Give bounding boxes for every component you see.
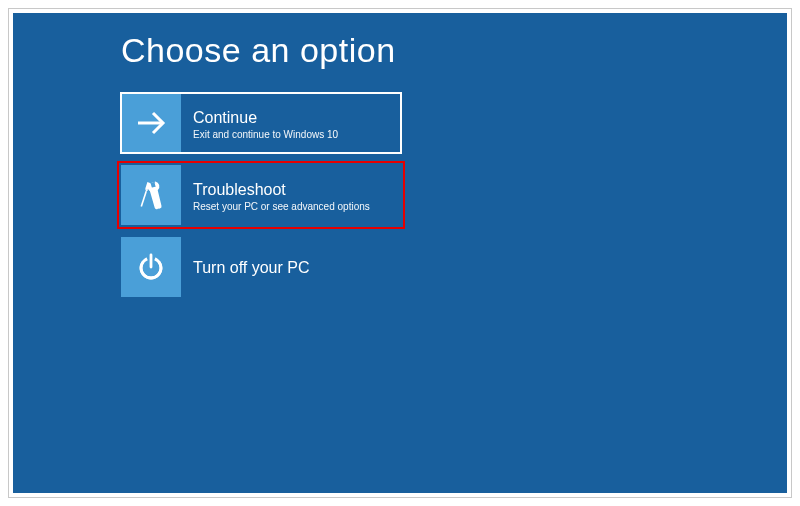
arrow-right-icon bbox=[133, 105, 169, 141]
option-title: Troubleshoot bbox=[193, 180, 370, 199]
option-text: Continue Exit and continue to Windows 10 bbox=[181, 93, 348, 153]
option-desc: Reset your PC or see advanced options bbox=[193, 201, 370, 212]
option-turn-off[interactable]: Turn off your PC bbox=[121, 237, 401, 297]
option-text: Troubleshoot Reset your PC or see advanc… bbox=[181, 165, 380, 225]
option-title: Continue bbox=[193, 108, 338, 127]
option-text: Turn off your PC bbox=[181, 237, 320, 297]
option-title: Turn off your PC bbox=[193, 258, 310, 277]
option-troubleshoot[interactable]: Troubleshoot Reset your PC or see advanc… bbox=[121, 165, 401, 225]
window-frame: Choose an option Continue Exit and conti… bbox=[8, 8, 792, 498]
option-continue[interactable]: Continue Exit and continue to Windows 10 bbox=[121, 93, 401, 153]
option-desc: Exit and continue to Windows 10 bbox=[193, 129, 338, 140]
power-icon bbox=[134, 250, 168, 284]
power-icon-box bbox=[121, 237, 181, 297]
options-list: Continue Exit and continue to Windows 10 bbox=[121, 93, 401, 309]
page-title: Choose an option bbox=[121, 31, 396, 70]
troubleshoot-icon-box bbox=[121, 165, 181, 225]
svg-rect-3 bbox=[141, 191, 147, 207]
tools-icon bbox=[134, 178, 168, 212]
recovery-screen: Choose an option Continue Exit and conti… bbox=[13, 13, 787, 493]
continue-icon-box bbox=[121, 93, 181, 153]
